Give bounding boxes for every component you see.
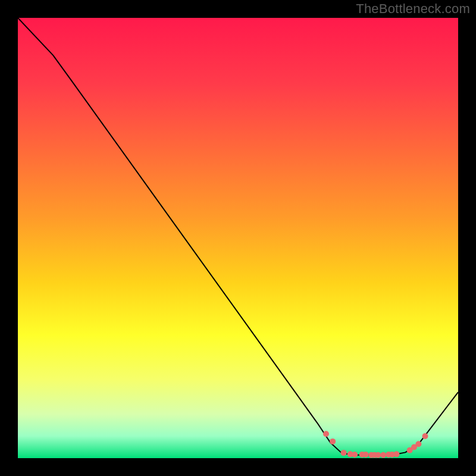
- highlight-dot: [415, 441, 421, 447]
- chart-svg: [18, 18, 458, 458]
- gradient-background: [18, 18, 458, 458]
- highlight-dot: [380, 452, 386, 458]
- chart-stage: TheBottleneck.com: [0, 0, 476, 476]
- highlight-dot: [323, 431, 329, 437]
- highlight-dot: [341, 450, 347, 456]
- highlight-dot: [363, 452, 369, 458]
- highlight-dot: [352, 452, 358, 458]
- plot-area: [18, 18, 458, 458]
- highlight-dot: [393, 451, 399, 457]
- highlight-dot: [330, 439, 336, 444]
- watermark-text: TheBottleneck.com: [356, 1, 470, 17]
- highlight-dot: [375, 452, 381, 458]
- highlight-dot: [422, 433, 428, 439]
